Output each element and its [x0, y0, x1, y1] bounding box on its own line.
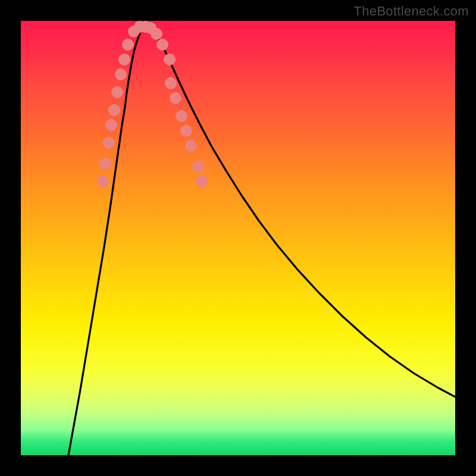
data-dot — [164, 54, 176, 65]
data-dot — [98, 176, 109, 187]
data-dot — [181, 126, 192, 137]
data-dot — [100, 158, 111, 170]
bottleneck-curve — [68, 26, 455, 455]
curve-svg — [21, 21, 455, 455]
data-dot — [186, 140, 197, 152]
data-dot — [196, 176, 208, 187]
data-dot — [176, 111, 187, 122]
data-dot — [112, 87, 123, 98]
data-dot — [151, 29, 162, 40]
data-dot — [123, 39, 134, 51]
data-dot — [165, 78, 177, 89]
data-dot — [193, 161, 204, 173]
chart-stage: TheBottleneck.com — [0, 0, 476, 476]
data-dot — [119, 54, 130, 65]
data-dot — [104, 137, 115, 149]
plot-area — [21, 21, 455, 455]
data-dot — [115, 69, 127, 80]
data-dot — [106, 120, 117, 131]
data-dot — [170, 93, 181, 104]
data-dot — [157, 39, 168, 51]
watermark-label: TheBottleneck.com — [354, 4, 469, 19]
data-dot — [109, 105, 120, 116]
